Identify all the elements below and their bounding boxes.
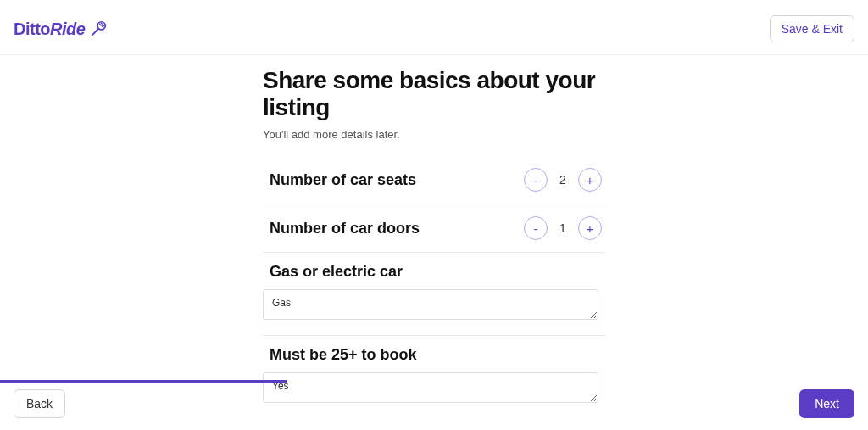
- doors-stepper: - 1 +: [524, 216, 602, 240]
- doors-label: Number of car doors: [270, 220, 420, 237]
- age-label: Must be 25+ to book: [270, 346, 602, 364]
- doors-value: 1: [558, 221, 568, 235]
- seats-stepper: - 2 +: [524, 168, 602, 192]
- save-exit-button[interactable]: Save & Exit: [770, 15, 854, 42]
- logo-text: DittoRide: [14, 20, 85, 39]
- microphone-icon: [90, 20, 108, 38]
- doors-decrement-button[interactable]: -: [524, 216, 548, 240]
- footer: Back Next: [0, 379, 868, 430]
- page-title: Share some basics about your listing: [263, 67, 605, 121]
- logo-text-part2: Ride: [50, 20, 85, 38]
- header: DittoRide Save & Exit: [0, 0, 868, 55]
- main-content: Share some basics about your listing You…: [263, 55, 605, 418]
- logo[interactable]: DittoRide: [14, 20, 108, 39]
- page-subtitle: You'll add more details later.: [263, 128, 605, 141]
- seats-decrement-button[interactable]: -: [524, 168, 548, 192]
- doors-increment-button[interactable]: +: [578, 216, 602, 240]
- seats-label: Number of car seats: [270, 171, 416, 189]
- seats-value: 2: [558, 173, 568, 187]
- doors-row: Number of car doors - 1 +: [263, 204, 605, 253]
- seats-increment-button[interactable]: +: [578, 168, 602, 192]
- fuel-input[interactable]: [263, 289, 598, 320]
- logo-text-part1: Ditto: [14, 20, 50, 38]
- next-button[interactable]: Next: [799, 389, 854, 418]
- fuel-section: Gas or electric car: [263, 253, 605, 336]
- fuel-label: Gas or electric car: [270, 263, 602, 281]
- back-button[interactable]: Back: [14, 389, 65, 418]
- seats-row: Number of car seats - 2 +: [263, 156, 605, 204]
